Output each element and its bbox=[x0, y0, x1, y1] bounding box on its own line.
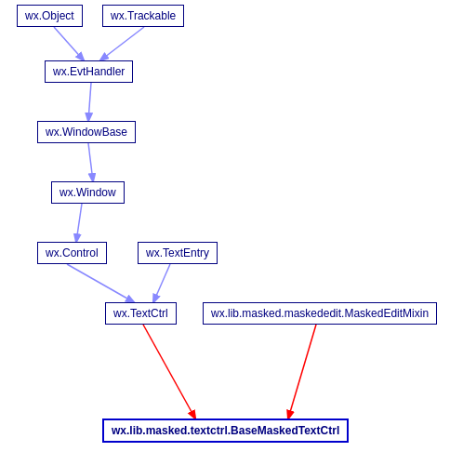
node-evthandler[interactable]: wx.EvtHandler bbox=[45, 60, 133, 83]
node-textctrl[interactable]: wx.TextCtrl bbox=[105, 302, 177, 325]
node-window[interactable]: wx.Window bbox=[51, 181, 125, 204]
node-trackable[interactable]: wx.Trackable bbox=[102, 5, 184, 27]
node-textentry[interactable]: wx.TextEntry bbox=[138, 242, 218, 264]
svg-line-5 bbox=[67, 264, 134, 302]
svg-line-0 bbox=[54, 27, 84, 60]
node-maskeditmixin[interactable]: wx.lib.masked.maskededit.MaskedEditMixin bbox=[203, 302, 437, 325]
svg-line-3 bbox=[88, 143, 93, 181]
svg-line-4 bbox=[76, 204, 82, 242]
svg-line-8 bbox=[288, 325, 316, 418]
node-basemaskedtextctrl[interactable]: wx.lib.masked.textctrl.BaseMaskedTextCtr… bbox=[102, 418, 349, 443]
svg-line-1 bbox=[100, 27, 144, 60]
node-object[interactable]: wx.Object bbox=[17, 5, 83, 27]
svg-line-6 bbox=[153, 264, 170, 302]
diagram: wx.Object wx.Trackable wx.EvtHandler wx.… bbox=[0, 0, 476, 465]
node-control[interactable]: wx.Control bbox=[37, 242, 107, 264]
svg-line-7 bbox=[143, 325, 195, 418]
node-windowbase[interactable]: wx.WindowBase bbox=[37, 121, 136, 143]
svg-line-2 bbox=[88, 83, 91, 121]
